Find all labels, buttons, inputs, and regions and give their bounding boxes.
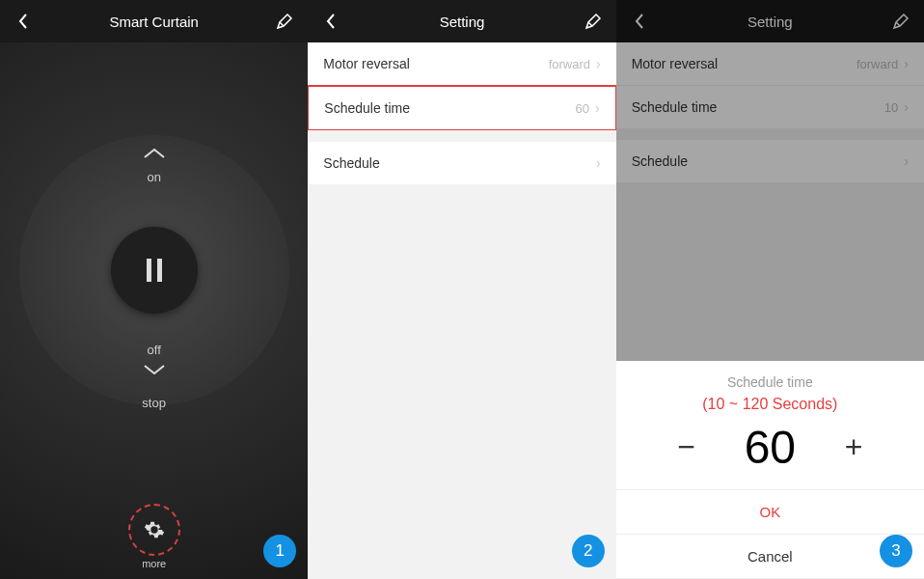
pause-button[interactable]: [111, 227, 198, 314]
row-value: forward›: [549, 56, 601, 71]
row-value: 60›: [576, 100, 600, 116]
row-value: ›: [596, 155, 601, 171]
back-button[interactable]: [319, 10, 342, 33]
header: Smart Curtain: [0, 0, 308, 42]
chevron-right-icon: ›: [596, 56, 601, 71]
chevron-up-icon: [141, 147, 168, 160]
chevron-left-icon: [17, 13, 29, 30]
chevron-right-icon: ›: [595, 100, 600, 116]
decrement-button[interactable]: −: [667, 429, 706, 465]
step-badge: 1: [263, 535, 296, 567]
panel-control: Smart Curtain on off stop: [0, 0, 308, 579]
chevron-left-icon: [325, 13, 337, 30]
down-button[interactable]: [141, 363, 168, 380]
ok-button[interactable]: OK: [616, 490, 924, 535]
cancel-button[interactable]: Cancel: [616, 535, 924, 579]
stop-label: stop: [142, 396, 166, 410]
panel-setting: Setting Motor reversal forward› Schedule…: [308, 0, 615, 579]
pencil-icon: [584, 13, 602, 30]
edit-button[interactable]: [582, 10, 605, 33]
row-label: Schedule: [323, 155, 379, 171]
more-label: more: [128, 558, 180, 569]
on-label: on: [125, 170, 183, 184]
panel-setting-sheet: Setting Motor reversal forward› Schedule…: [616, 0, 924, 579]
sheet-title: Schedule time: [616, 361, 924, 396]
step-badge: 3: [880, 535, 912, 567]
pencil-icon: [276, 13, 293, 30]
chevron-down-icon: [141, 363, 168, 376]
pause-icon: [147, 259, 162, 282]
row-schedule-time[interactable]: Schedule time 60›: [308, 85, 615, 131]
row-schedule[interactable]: Schedule ›: [308, 142, 615, 184]
off-label: off: [125, 343, 183, 357]
increment-button[interactable]: +: [834, 429, 873, 465]
back-button[interactable]: [12, 10, 35, 33]
row-motor-reversal[interactable]: Motor reversal forward›: [308, 42, 615, 86]
control-ring: on off: [19, 135, 289, 405]
more-highlight-ring: [128, 504, 180, 556]
row-label: Motor reversal: [323, 56, 409, 71]
schedule-time-sheet: Schedule time (10 ~ 120 Seconds) − 60 + …: [616, 361, 924, 579]
page-title: Setting: [440, 14, 485, 30]
page-title: Smart Curtain: [109, 14, 199, 30]
chevron-right-icon: ›: [596, 155, 601, 171]
stepper-value: 60: [745, 421, 796, 474]
header: Setting: [308, 0, 615, 42]
step-badge: 2: [572, 535, 605, 567]
sheet-range: (10 ~ 120 Seconds): [616, 396, 924, 413]
gear-icon: [144, 519, 165, 540]
more-button[interactable]: more: [128, 504, 180, 569]
up-button[interactable]: [141, 147, 168, 164]
stepper: − 60 +: [616, 421, 924, 489]
row-label: Schedule time: [324, 100, 410, 116]
edit-button[interactable]: [273, 10, 296, 33]
settings-list: Motor reversal forward› Schedule time 60…: [308, 42, 615, 131]
